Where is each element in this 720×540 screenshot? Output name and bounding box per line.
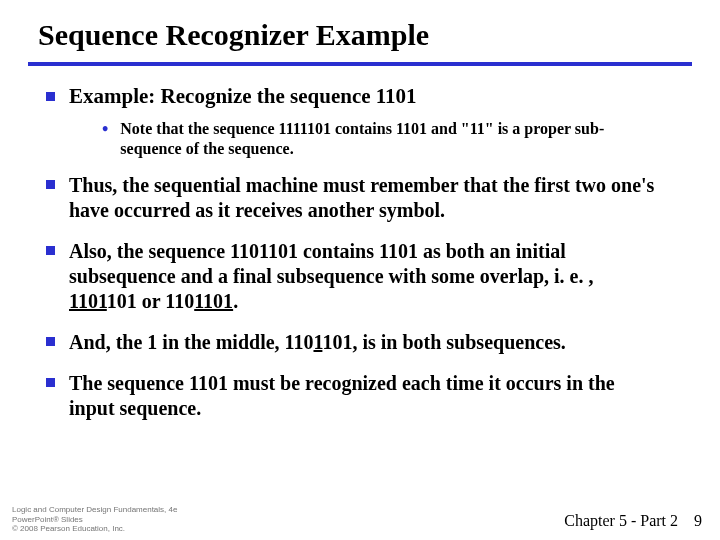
bullet-thus: Thus, the sequential machine must rememb… [46, 173, 662, 223]
sub-bullet-note: • Note that the sequence 1111101 contain… [102, 119, 652, 159]
sub-bullet-text: Note that the sequence 1111101 contains … [120, 119, 652, 159]
bullet-marker-icon [46, 180, 55, 189]
footer-line: © 2008 Pearson Education, Inc. [12, 524, 177, 534]
slide-title: Sequence Recognizer Example [38, 18, 692, 52]
bullet-text: Thus, the sequential machine must rememb… [69, 173, 662, 223]
footer-line: Logic and Computer Design Fundamentals, … [12, 505, 177, 515]
text-fragment: And, the 1 in the middle, 110 [69, 331, 313, 353]
bullet-text: Also, the sequence 1101101 contains 1101… [69, 239, 662, 314]
bullet-text: Example: Recognize the sequence 1101 [69, 84, 417, 109]
sub-bullet-marker-icon: • [102, 120, 108, 138]
bullet-text: The sequence 1101 must be recognized eac… [69, 371, 662, 421]
bullet-marker-icon [46, 337, 55, 346]
text-fragment: Also, the sequence 1101101 contains 1101… [69, 240, 594, 287]
bullet-marker-icon [46, 378, 55, 387]
text-fragment: 101 or 110 [107, 290, 194, 312]
bullet-also: Also, the sequence 1101101 contains 1101… [46, 239, 662, 314]
bullet-marker-icon [46, 246, 55, 255]
text-fragment: 101, is in both subsequences. [322, 331, 565, 353]
footer-line: PowerPoint® Slides [12, 515, 177, 525]
underline-fragment: 1101 [194, 290, 233, 312]
footer-pager: Chapter 5 - Part 2 9 [564, 512, 702, 530]
bullet-marker-icon [46, 92, 55, 101]
footer-copyright: Logic and Computer Design Fundamentals, … [12, 505, 177, 534]
bullet-recognize: The sequence 1101 must be recognized eac… [46, 371, 662, 421]
bullet-and: And, the 1 in the middle, 1101101, is in… [46, 330, 662, 355]
underline-fragment: 1101 [69, 290, 107, 312]
chapter-label: Chapter 5 - Part 2 [564, 512, 678, 529]
page-number: 9 [694, 512, 702, 529]
slide: Sequence Recognizer Example Example: Rec… [0, 0, 720, 540]
bullet-text: And, the 1 in the middle, 1101101, is in… [69, 330, 566, 355]
title-divider [28, 62, 692, 66]
text-fragment: . [233, 290, 238, 312]
bullet-example: Example: Recognize the sequence 1101 [46, 84, 692, 109]
